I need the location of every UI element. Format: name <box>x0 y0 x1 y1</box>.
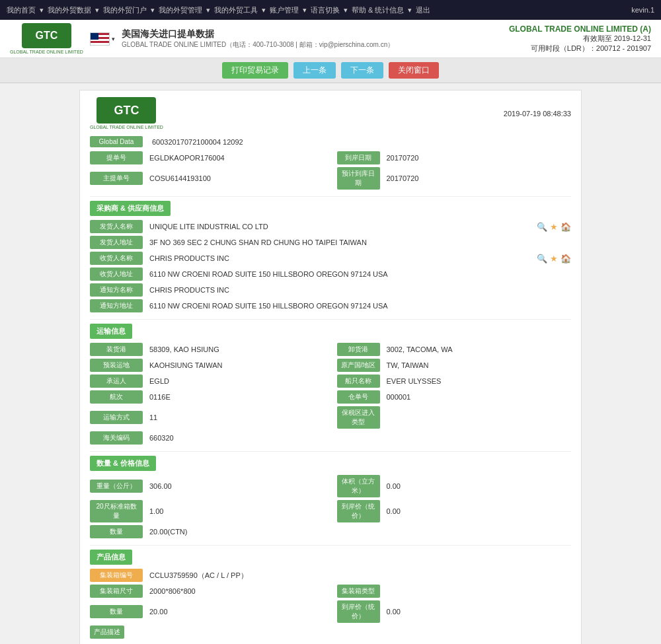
warehouse-value: 000001 <box>383 392 572 402</box>
master-bill-label: 主提单号 <box>90 172 143 185</box>
nav-account[interactable]: 账户管理 <box>270 5 299 15</box>
voyage-value: 0116E <box>145 392 334 402</box>
consignee-name-label: 收货人名称 <box>90 252 143 265</box>
main-content: GTC GLOBAL TRADE ONLINE LIMITED 2019-07-… <box>0 83 661 644</box>
ports-row: 装货港 58309, KAO HSIUNG 卸货港 3002, TACOMA, … <box>90 343 571 356</box>
shipping-section: 运输信息 装货港 58309, KAO HSIUNG 卸货港 3002, TAC… <box>90 324 571 445</box>
shipper-icons: 🔍 ★ 🏠 <box>537 222 571 232</box>
product-section-header: 产品信息 <box>90 550 132 565</box>
doc-logo-sub: GLOBAL TRADE ONLINE LIMITED <box>90 125 163 129</box>
nav-help[interactable]: 帮助 & 统计信息 <box>352 5 404 15</box>
nav-foreign-tools[interactable]: 我的外贸工具 <box>214 5 258 15</box>
brand-name: GLOBAL TRADE ONLINE LIMITED (A) <box>509 24 651 34</box>
prev-button[interactable]: 上一条 <box>293 62 336 79</box>
doc-logo: GTC GLOBAL TRADE ONLINE LIMITED <box>90 97 163 129</box>
est-arrival-value: 20170720 <box>383 173 572 184</box>
warehouse-label: 仓单号 <box>337 390 380 404</box>
voyage-label: 航次 <box>90 390 143 404</box>
carrier-value: EGLD <box>145 376 334 386</box>
header-title-block: 美国海关进口提单数据 GLOBAL TRADE ONLINE LIMITED（电… <box>122 28 394 50</box>
consignee-addr-row: 收货人地址 6110 NW CROENI ROAD SUITE 150 HILL… <box>90 268 571 281</box>
validity-info: 有效期至 2019-12-31 <box>509 34 651 44</box>
shipping-section-header: 运输信息 <box>90 324 132 339</box>
product-arrival-price-value: 0.00 <box>383 606 572 617</box>
qty-value: 20.00(CTN) <box>145 526 571 537</box>
ldr-info: 可用时段（LDR）：200712 - 201907 <box>509 44 651 54</box>
bill-label: 提单号 <box>90 151 143 164</box>
container-no-value: CCLU3759590（AC / L / PP） <box>145 569 571 582</box>
close-button[interactable]: 关闭窗口 <box>389 62 439 79</box>
product-qty-price-row: 数量 20.00 到岸价（统价） 0.00 <box>90 600 571 623</box>
volume-value: 0.00 <box>383 481 572 491</box>
document-card: GTC GLOBAL TRADE ONLINE LIMITED 2019-07-… <box>79 90 582 644</box>
nav-home[interactable]: 我的首页 <box>7 5 36 15</box>
nav-language[interactable]: 语言切换 <box>311 5 340 15</box>
print-button[interactable]: 打印贸易记录 <box>222 62 288 79</box>
product-desc-label: 产品描述 <box>90 626 124 639</box>
notify-name-row: 通知方名称 CHRIS PRODUCTS INC <box>90 283 571 297</box>
origin-port-value: 58309, KAO HSIUNG <box>145 344 334 355</box>
container-type-value <box>383 590 572 592</box>
global-data-label: Global Data <box>90 136 143 147</box>
origin-port-label: 装货港 <box>90 343 143 356</box>
shipper-name-label: 发货人名称 <box>90 220 143 233</box>
product-qty-label: 数量 <box>90 605 143 618</box>
arrival-price-label: 到岸价（统价） <box>337 500 380 522</box>
shipper-star-icon[interactable]: ★ <box>550 222 558 232</box>
next-button[interactable]: 下一条 <box>341 62 383 79</box>
shipper-home-icon[interactable]: 🏠 <box>561 222 571 232</box>
shipper-section-header: 采购商 & 供应商信息 <box>90 201 171 216</box>
logo: GTC GLOBAL TRADE ONLINE LIMITED <box>10 23 83 54</box>
qty-row: 数量 20.00(CTN) <box>90 525 571 538</box>
transport-bonded-row: 运输方式 11 保税区进入类型 <box>90 406 571 429</box>
nav-logout[interactable]: 退出 <box>416 5 430 15</box>
consignee-name-value: CHRIS PRODUCTS INC <box>145 253 534 264</box>
us-flag <box>90 32 110 46</box>
container-type-label: 集装箱类型 <box>337 585 380 598</box>
volume-label: 体积（立方米） <box>337 475 380 497</box>
consignee-star-icon[interactable]: ★ <box>550 254 558 264</box>
voyage-warehouse-row: 航次 0116E 仓单号 000001 <box>90 390 571 404</box>
customs-label: 海关编码 <box>90 431 143 445</box>
flag-dropdown[interactable]: ▾ <box>112 36 115 42</box>
transport-label: 运输方式 <box>90 411 143 424</box>
doc-header: GTC GLOBAL TRADE ONLINE LIMITED 2019-07-… <box>90 97 571 129</box>
nav-foreign-portal[interactable]: 我的外贸门户 <box>103 5 147 15</box>
shipper-section: 采购商 & 供应商信息 发货人名称 UNIQUE LITE INDUSTRIAL… <box>90 201 571 312</box>
arrival-date-label: 到岸日期 <box>337 151 380 164</box>
header-right: GLOBAL TRADE ONLINE LIMITED (A) 有效期至 201… <box>509 24 651 54</box>
nav-foreign-mgmt[interactable]: 我的外贸管理 <box>159 5 202 15</box>
origin-country-value: TW, TAIWAN <box>383 360 572 371</box>
container-no-row: 集装箱编号 CCLU3759590（AC / L / PP） <box>90 569 571 582</box>
container-size-type-row: 集装箱尺寸 2000*806*800 集装箱类型 <box>90 585 571 598</box>
consignee-search-icon[interactable]: 🔍 <box>537 254 547 264</box>
consignee-home-icon[interactable]: 🏠 <box>561 254 571 264</box>
customs-row: 海关编码 660320 <box>90 431 571 445</box>
doc-logo-text: GTC <box>114 104 139 118</box>
bill-row: 提单号 EGLDKAOPOR176004 到岸日期 20170720 <box>90 151 571 164</box>
vessel-label: 船只名称 <box>337 375 380 388</box>
page-header: GTC GLOBAL TRADE ONLINE LIMITED ▾ 美国海关进口… <box>0 20 661 58</box>
arrival-price-value: 0.00 <box>383 506 572 517</box>
container-size-label: 集装箱尺寸 <box>90 585 143 598</box>
std20-value: 1.00 <box>145 506 334 517</box>
header-subtitle: GLOBAL TRADE ONLINE LIMITED（电话：400-710-3… <box>122 40 394 50</box>
shipper-search-icon[interactable]: 🔍 <box>537 222 547 232</box>
arrival-date-value: 20170720 <box>383 153 572 163</box>
master-bill-value: COSU6144193100 <box>145 173 334 184</box>
dest-port-value: 3002, TACOMA, WA <box>383 344 572 355</box>
product-desc-header: 产品描述 <box>90 626 571 639</box>
loading-place-value: KAOHSIUNG TAIWAN <box>145 360 334 371</box>
consignee-addr-label: 收货人地址 <box>90 268 143 281</box>
nav-trade-data[interactable]: 我的外贸数据 <box>48 5 91 15</box>
notify-addr-row: 通知方地址 6110 NW CROENI ROAD SUITE 150 HILL… <box>90 299 571 312</box>
logo-subtitle: GLOBAL TRADE ONLINE LIMITED <box>10 50 83 54</box>
shipper-name-value: UNIQUE LITE INDUSTRIAL CO LTD <box>145 221 534 232</box>
shipper-addr-label: 发货人地址 <box>90 236 143 249</box>
weight-value: 306.00 <box>145 481 334 491</box>
qty-label: 数量 <box>90 525 143 538</box>
customs-value: 660320 <box>145 433 571 443</box>
origin-country-label: 原产国/地区 <box>337 359 380 372</box>
product-qty-value: 20.00 <box>145 606 334 617</box>
quantity-section-header: 数量 & 价格信息 <box>90 456 156 471</box>
